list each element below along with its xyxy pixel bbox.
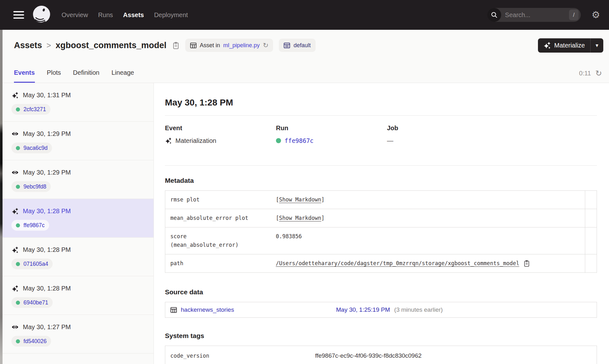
- dagster-logo[interactable]: [32, 4, 51, 25]
- asset-location-file-link[interactable]: ml_pipeline.py: [223, 42, 260, 49]
- event-timestamp: May 30, 1:28 PM: [23, 207, 71, 215]
- run-column-label: Run: [276, 125, 387, 132]
- table-row: score (mean_absolute_error) 0.983856: [165, 227, 597, 254]
- event-timestamp: May 30, 1:27 PM: [23, 322, 71, 331]
- tab-events[interactable]: Events: [14, 69, 35, 83]
- materialization-sparkle-icon: [11, 92, 19, 99]
- source-data-heading: Source data: [165, 288, 597, 296]
- materialization-sparkle-icon: [11, 285, 19, 292]
- table-row: code_version ffe9867c-ec9c-4f06-939c-f8d…: [165, 346, 597, 364]
- event-list-item[interactable]: May 30, 1:28 PM 6940be71: [3, 276, 154, 315]
- nav-item-assets[interactable]: Assets: [123, 11, 144, 19]
- copy-asset-name-icon[interactable]: [172, 42, 180, 49]
- materialize-button[interactable]: Materialize: [538, 38, 590, 53]
- primary-nav: Overview Runs Assets Deployment: [62, 11, 188, 19]
- tab-lineage[interactable]: Lineage: [111, 69, 134, 83]
- show-markdown-link[interactable]: Show Markdown: [279, 196, 321, 203]
- tab-definition[interactable]: Definition: [73, 69, 99, 83]
- metadata-key: path: [165, 254, 271, 273]
- run-id-badge[interactable]: fd540026: [11, 336, 51, 347]
- run-id-link[interactable]: ffe9867c: [285, 136, 314, 145]
- search-placeholder: Search...: [505, 11, 569, 19]
- event-timestamp: May 30, 1:31 PM: [23, 91, 71, 99]
- observation-eye-icon: [11, 130, 19, 137]
- gear-icon[interactable]: ⚙: [592, 10, 600, 20]
- materialize-sparkle-icon: [543, 42, 551, 49]
- run-id-badge[interactable]: 071605a4: [11, 259, 53, 269]
- materialization-sparkle-icon: [11, 246, 19, 253]
- tab-plots[interactable]: Plots: [47, 69, 61, 83]
- run-id-badge[interactable]: 9ebc9fd8: [11, 181, 51, 192]
- job-value: —: [387, 136, 393, 145]
- system-tag-key: code_version: [165, 346, 310, 364]
- success-dot: [16, 301, 20, 305]
- repo-icon: [284, 42, 290, 49]
- copy-path-icon[interactable]: [523, 260, 530, 267]
- success-dot: [16, 339, 20, 343]
- hamburger-menu-icon[interactable]: [13, 11, 24, 19]
- event-timestamp: May 30, 1:29 PM: [23, 129, 71, 138]
- event-list-item[interactable]: May 30, 1:31 PM 2cfc3271: [3, 83, 154, 122]
- materialization-sparkle-icon: [165, 137, 172, 144]
- run-id-badge[interactable]: 2cfc3271: [11, 104, 50, 115]
- refresh-icon[interactable]: ↻: [595, 69, 602, 77]
- success-dot: [16, 185, 20, 189]
- table-row: path /Users/odetteharary/code/dagster/tm…: [165, 254, 597, 273]
- metadata-key: mean_absolute_error plot: [165, 209, 271, 227]
- page-title: xgboost_comments_model: [56, 41, 167, 50]
- run-id-badge[interactable]: 6940be71: [11, 297, 53, 308]
- asset-tabs: Events Plots Definition Lineage 0:11 ↻: [3, 58, 609, 83]
- asset-location-prefix: Asset in: [200, 42, 220, 49]
- nav-item-overview[interactable]: Overview: [62, 11, 88, 19]
- materialization-sparkle-icon: [11, 208, 19, 215]
- system-tag-value: ffe9867c-ec9c-4f06-939c-f8dc830c0962: [310, 346, 597, 364]
- event-column-label: Event: [165, 125, 276, 132]
- breadcrumb: Assets > xgboost_comments_model: [14, 41, 167, 50]
- table-row: rmse plot [Show Markdown]: [165, 191, 597, 209]
- materialize-split-button: Materialize ▾: [538, 38, 603, 53]
- repo-badge[interactable]: default: [279, 39, 315, 52]
- show-markdown-link[interactable]: Show Markdown: [279, 215, 321, 221]
- nav-item-deployment[interactable]: Deployment: [154, 11, 188, 19]
- search-input[interactable]: Search... /: [487, 8, 581, 22]
- job-column-label: Job: [387, 125, 498, 132]
- system-tags-heading: System tags: [165, 332, 597, 340]
- materialize-caret-down-icon[interactable]: ▾: [591, 38, 603, 53]
- reload-code-location-icon[interactable]: ↻: [263, 42, 269, 49]
- table-row: hackernews_stories May 30, 1:25:19 PM (3…: [165, 302, 597, 318]
- source-materialization-time-link[interactable]: May 30, 1:25:19 PM: [336, 306, 390, 313]
- asset-location-badge: Asset in ml_pipeline.py ↻: [185, 39, 273, 52]
- breadcrumb-separator: >: [47, 41, 51, 50]
- success-dot: [16, 107, 20, 112]
- top-nav-bar: Overview Runs Assets Deployment Search..…: [0, 0, 609, 30]
- event-list-item[interactable]: May 30, 1:27 PM fd540026: [3, 315, 154, 354]
- event-detail-panel: May 30, 1:28 PM Event Materialization Ru…: [154, 83, 609, 364]
- success-dot: [16, 146, 20, 150]
- event-timestamp: May 30, 1:28 PM: [23, 284, 71, 293]
- metadata-heading: Metadata: [165, 176, 597, 185]
- success-dot: [276, 138, 281, 143]
- observation-eye-icon: [11, 169, 19, 176]
- event-timestamp: May 30, 1:28 PM: [23, 245, 71, 254]
- source-data-table: hackernews_stories May 30, 1:25:19 PM (3…: [165, 302, 597, 318]
- event-list-item[interactable]: May 30, 1:29 PM 9ebc9fd8: [3, 160, 154, 199]
- success-dot: [16, 223, 20, 227]
- run-id-badge[interactable]: ffe9867c: [11, 220, 49, 231]
- search-icon: [487, 8, 501, 22]
- metadata-table: rmse plot [Show Markdown] mean_absolute_…: [165, 190, 597, 273]
- event-list-item-selected[interactable]: May 30, 1:28 PM ffe9867c: [3, 199, 154, 238]
- event-list: May 30, 1:31 PM 2cfc3271 May 30, 1:29 PM…: [3, 83, 154, 364]
- breadcrumb-assets-link[interactable]: Assets: [14, 41, 42, 50]
- run-id-badge[interactable]: 9aca6c9d: [11, 143, 52, 153]
- event-timestamp: May 30, 1:29 PM: [23, 168, 71, 177]
- materialize-button-label: Materialize: [554, 42, 585, 49]
- dagster-app: Overview Runs Assets Deployment Search..…: [0, 0, 609, 364]
- system-tags-table: code_version ffe9867c-ec9c-4f06-939c-f8d…: [165, 346, 597, 364]
- source-asset-link[interactable]: hackernews_stories: [181, 306, 234, 313]
- path-link[interactable]: /Users/odetteharary/code/dagster/tmp_0mz…: [276, 259, 520, 268]
- table-row: mean_absolute_error plot [Show Markdown]: [165, 209, 597, 227]
- observation-eye-icon: [11, 323, 19, 331]
- event-list-item[interactable]: May 30, 1:29 PM 9aca6c9d: [3, 122, 154, 160]
- nav-item-runs[interactable]: Runs: [98, 11, 113, 19]
- event-list-item[interactable]: May 30, 1:28 PM 071605a4: [3, 238, 154, 276]
